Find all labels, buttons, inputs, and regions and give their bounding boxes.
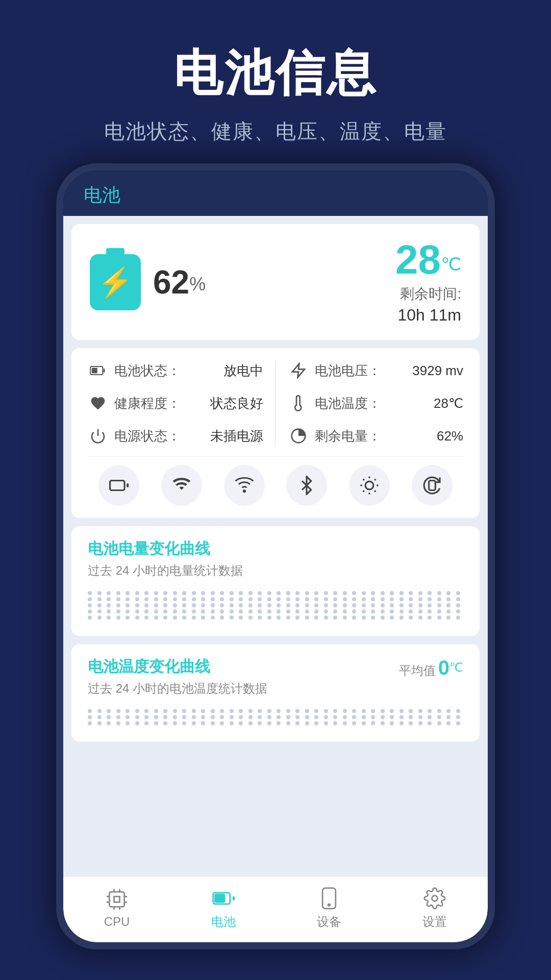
bluetooth-icon[interactable]: [286, 465, 327, 506]
screen-header: 电池: [63, 170, 488, 216]
battery-left: ⚡ 62%: [90, 254, 206, 310]
info-row-health: 健康程度： 状态良好: [88, 393, 263, 413]
info-row-temp: 电池温度： 28℃: [288, 393, 464, 413]
info-grid: 电池状态： 放电中 健康程度： 状态良好: [88, 360, 463, 446]
pie-icon: [288, 426, 309, 446]
temp-chart-title: 电池温度变化曲线: [88, 656, 267, 677]
rotate-icon[interactable]: [412, 465, 453, 506]
svg-marker-4: [292, 364, 305, 378]
svg-rect-20: [114, 897, 119, 902]
battery-status-icon: [88, 360, 108, 381]
info-card: 电池状态： 放电中 健康程度： 状态良好: [71, 348, 480, 518]
battery-remaining-label: 剩余时间:: [395, 284, 461, 304]
avg-label: 平均值: [399, 664, 436, 677]
wifi-info-icon[interactable]: [224, 465, 265, 506]
battery-temperature-display: 28℃: [395, 239, 461, 280]
nav-label-settings: 设置: [422, 914, 447, 930]
svg-rect-6: [110, 481, 125, 491]
bottom-nav: CPU 电池 设备: [63, 876, 488, 942]
battery-right: 28℃ 剩余时间: 10h 11m: [395, 239, 461, 325]
page-title: 电池信息: [20, 41, 531, 107]
info-row-voltage: 电池电压： 3929 mv: [288, 360, 464, 381]
svg-line-12: [363, 479, 364, 480]
page-subtitle: 电池状态、健康、电压、温度、电量: [20, 117, 531, 145]
battery-percent-value: 62: [153, 264, 189, 301]
battery-percent-display: 62%: [153, 263, 206, 301]
temp-chart-card: 电池温度变化曲线 过去 24 小时的电池温度统计数据 平均值 0℃: [71, 644, 480, 742]
svg-point-34: [432, 896, 438, 901]
health-label: 健康程度：: [114, 395, 181, 412]
svg-point-9: [365, 481, 373, 489]
info-row-power: 电源状态： 未插电源: [88, 426, 263, 446]
temp-label: 电池温度：: [315, 395, 381, 412]
nav-item-battery[interactable]: 电池: [211, 887, 236, 930]
nav-label-device: 设备: [317, 914, 341, 930]
power-label: 电源状态：: [114, 427, 181, 445]
svg-rect-19: [109, 892, 124, 906]
power-value: 未插电源: [210, 427, 263, 445]
energy-chart-dots: [88, 587, 463, 624]
phone-mockup: 电池 ⚡ 62% 28℃ 剩余时间: 1: [56, 163, 495, 949]
avg-number: 0: [438, 656, 449, 679]
svg-line-13: [374, 491, 375, 492]
svg-point-8: [243, 491, 245, 492]
remaining-label: 剩余电量：: [315, 427, 381, 445]
quick-icons-row: [88, 456, 463, 506]
nav-label-cpu: CPU: [104, 915, 130, 929]
info-row-remaining: 剩余电量： 62%: [288, 426, 464, 446]
avg-value-display: 平均值 0℃: [399, 656, 463, 679]
status-label: 电池状态：: [114, 362, 181, 380]
energy-chart-subtitle: 过去 24 小时的电量统计数据: [88, 562, 463, 579]
power-icon: [88, 426, 108, 446]
svg-rect-18: [429, 481, 435, 491]
temp-chart-dots: [88, 705, 463, 729]
avg-unit: ℃: [449, 660, 463, 674]
lightning-icon: ⚡: [97, 268, 133, 297]
voltage-value: 3929 mv: [412, 363, 463, 379]
battery-quick-icon[interactable]: [98, 465, 139, 506]
temp-chart-header: 电池温度变化曲线 过去 24 小时的电池温度统计数据 平均值 0℃: [88, 656, 463, 697]
health-value: 状态良好: [210, 395, 263, 412]
svg-line-16: [363, 491, 364, 492]
battery-percent-sign: %: [189, 273, 206, 294]
status-value: 放电中: [223, 362, 263, 380]
page-header: 电池信息 电池状态、健康、电压、温度、电量: [0, 0, 551, 166]
battery-icon: ⚡: [90, 254, 141, 310]
battery-main-card: ⚡ 62% 28℃ 剩余时间: 10h 11m: [71, 224, 480, 340]
voltage-label: 电池电压：: [315, 362, 381, 380]
voltage-icon: [288, 360, 309, 381]
battery-temp-value: 28: [395, 237, 441, 282]
nav-item-settings[interactable]: 设置: [422, 887, 447, 930]
svg-rect-1: [92, 368, 97, 374]
battery-remaining-time: 10h 11m: [395, 306, 461, 325]
svg-point-33: [328, 904, 330, 906]
energy-chart-title: 电池电量变化曲线: [88, 538, 463, 559]
info-row-status: 电池状态： 放电中: [88, 360, 263, 381]
temp-value: 28℃: [434, 396, 463, 411]
svg-line-17: [374, 479, 375, 480]
brightness-icon[interactable]: [349, 465, 390, 506]
thermometer-icon: [288, 393, 309, 413]
info-col-right: 电池电压： 3929 mv 电池温度： 28℃: [276, 360, 464, 446]
energy-chart-card: 电池电量变化曲线 过去 24 小时的电量统计数据: [71, 526, 480, 636]
health-icon: [88, 393, 108, 413]
nav-item-device[interactable]: 设备: [317, 887, 341, 930]
battery-temp-unit: ℃: [441, 254, 461, 275]
info-col-left: 电池状态： 放电中 健康程度： 状态良好: [88, 360, 276, 446]
temp-chart-info: 电池温度变化曲线 过去 24 小时的电池温度统计数据: [88, 656, 267, 697]
nav-label-battery: 电池: [211, 914, 236, 930]
nav-item-cpu[interactable]: CPU: [104, 888, 130, 929]
remaining-value: 62%: [437, 428, 463, 444]
phone-screen: 电池 ⚡ 62% 28℃ 剩余时间: 1: [63, 170, 488, 942]
wifi-icon[interactable]: [161, 465, 202, 506]
screen-content: ⚡ 62% 28℃ 剩余时间: 10h 11m: [63, 216, 488, 876]
svg-rect-30: [215, 895, 224, 902]
screen-title: 电池: [84, 183, 467, 208]
temp-chart-subtitle: 过去 24 小时的电池温度统计数据: [88, 680, 267, 697]
